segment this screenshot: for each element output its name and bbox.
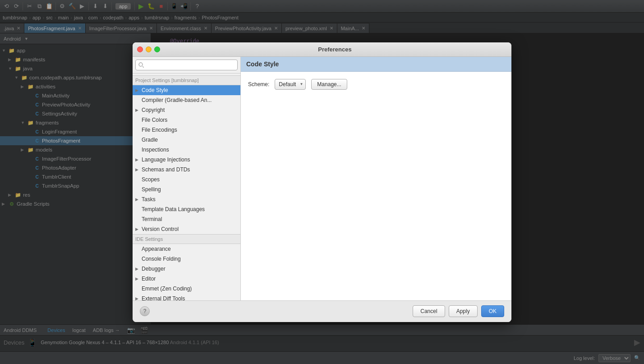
dialog-item-spelling[interactable]: Spelling xyxy=(133,184,240,194)
apply-button[interactable]: Apply xyxy=(449,305,478,317)
dialog-item-file-colors[interactable]: File Colors xyxy=(133,115,240,125)
dialog-item-external-diff[interactable]: ▶ External Diff Tools xyxy=(133,294,240,300)
help-button[interactable]: ? xyxy=(140,306,150,316)
item-label: Debugger xyxy=(142,266,166,272)
dialog-body: Project Settings [tumblrsnap] ▶ Code Sty… xyxy=(133,57,511,300)
item-label: File Colors xyxy=(142,117,167,123)
dialog-footer: ? Cancel Apply OK xyxy=(133,300,511,322)
dialog-minimize-button[interactable] xyxy=(146,46,152,52)
dialog-title: Preferences xyxy=(163,46,507,53)
dialog-item-tasks[interactable]: ▶ Tasks xyxy=(133,194,240,204)
dialog-item-version-control[interactable]: ▶ Version Control xyxy=(133,224,240,234)
tree-expand-arrow: ▶ xyxy=(135,108,141,112)
dialog-item-file-encodings[interactable]: File Encodings xyxy=(133,125,240,135)
item-label: Language Injections xyxy=(142,157,190,163)
item-label: Template Data Languages xyxy=(142,206,205,212)
dialog-item-compiler[interactable]: Compiler (Gradle-based An... xyxy=(133,95,240,105)
item-label: Compiler (Gradle-based An... xyxy=(142,97,212,103)
item-label: Editor xyxy=(142,276,156,282)
dialog-settings-tree: Project Settings [tumblrsnap] ▶ Code Sty… xyxy=(133,74,240,300)
dialog-search-input[interactable] xyxy=(135,60,238,70)
dialog-item-copyright[interactable]: ▶ Copyright xyxy=(133,105,240,115)
item-label: File Encodings xyxy=(142,127,177,133)
dialog-search-area xyxy=(133,57,240,74)
tree-expand-arrow: ▶ xyxy=(135,167,141,172)
dialog-item-template-data[interactable]: Template Data Languages xyxy=(133,204,240,214)
scheme-label: Scheme: xyxy=(248,79,269,90)
item-label: Emmet (Zen Coding) xyxy=(142,286,192,292)
ok-button[interactable]: OK xyxy=(481,305,504,317)
item-label: Terminal xyxy=(142,216,162,222)
tree-expand-arrow: ▶ xyxy=(135,227,141,231)
scheme-select[interactable]: Default xyxy=(275,79,306,90)
dialog-close-button[interactable] xyxy=(137,46,143,52)
project-settings-header: Project Settings [tumblrsnap] xyxy=(133,75,240,85)
dialog-item-console-folding[interactable]: Console Folding xyxy=(133,254,240,264)
item-label: Copyright xyxy=(142,107,165,113)
tree-expand-arrow: ▶ xyxy=(135,296,141,300)
item-label: Version Control xyxy=(142,226,179,232)
preferences-dialog: Preferences Project Settings [tumblrsnap… xyxy=(133,42,511,322)
tree-expand-arrow: ▶ xyxy=(135,197,141,202)
dialog-item-gradle[interactable]: Gradle xyxy=(133,135,240,145)
dialog-item-scopes[interactable]: Scopes xyxy=(133,175,240,184)
dialog-left-panel: Project Settings [tumblrsnap] ▶ Code Sty… xyxy=(133,57,241,300)
dialog-item-schemas[interactable]: ▶ Schemas and DTDs xyxy=(133,165,240,175)
item-label: External Diff Tools xyxy=(142,295,185,300)
scheme-select-wrapper: Default xyxy=(275,79,306,90)
ide-settings-header: IDE Settings xyxy=(133,234,240,244)
dialog-titlebar: Preferences xyxy=(133,42,511,57)
dialog-item-emmet[interactable]: Emmet (Zen Coding) xyxy=(133,284,240,294)
dialog-item-inspections[interactable]: Inspections xyxy=(133,145,240,155)
dialog-item-editor[interactable]: ▶ Editor xyxy=(133,274,240,284)
dialog-panel-title: Code Style xyxy=(241,57,511,72)
item-label: Appearance xyxy=(142,246,171,252)
item-label: Gradle xyxy=(142,137,158,143)
manage-button[interactable]: Manage... xyxy=(311,79,347,90)
item-label: Inspections xyxy=(142,147,169,153)
cancel-button[interactable]: Cancel xyxy=(413,305,445,317)
tree-expand-arrow: ▶ xyxy=(135,157,141,162)
tree-expand-arrow: ▶ xyxy=(135,276,141,281)
item-label: Code Style xyxy=(142,87,168,93)
item-label: Tasks xyxy=(142,196,156,203)
dialog-item-debugger[interactable]: ▶ Debugger xyxy=(133,264,240,274)
ide-settings-label: IDE Settings xyxy=(135,236,163,242)
dialog-item-language-injections[interactable]: ▶ Language Injections xyxy=(133,155,240,165)
dialog-item-code-style[interactable]: ▶ Code Style xyxy=(133,85,240,95)
dialog-right-panel: Code Style Scheme: Default Manage... xyxy=(241,57,511,300)
item-label: Console Folding xyxy=(142,256,181,262)
tree-expand-arrow: ▶ xyxy=(135,267,141,271)
dialog-item-appearance[interactable]: Appearance xyxy=(133,244,240,254)
dialog-item-terminal[interactable]: Terminal xyxy=(133,214,240,224)
dialog-overlay: Preferences Project Settings [tumblrsnap… xyxy=(0,0,644,364)
dialog-panel-content: Scheme: Default Manage... xyxy=(241,72,511,300)
item-label: Scopes xyxy=(142,176,160,183)
item-label: Spelling xyxy=(142,186,161,193)
tree-expand-arrow: ▶ xyxy=(135,88,141,92)
project-settings-label: Project Settings [tumblrsnap] xyxy=(135,78,199,83)
item-label: Schemas and DTDs xyxy=(142,166,190,173)
dialog-maximize-button[interactable] xyxy=(154,46,160,52)
